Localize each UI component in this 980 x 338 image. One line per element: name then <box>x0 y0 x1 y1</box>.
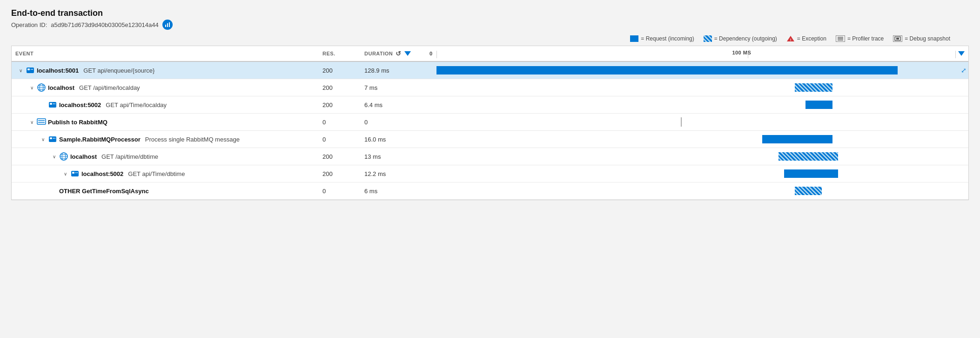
filter-icon[interactable] <box>404 51 411 56</box>
chevron-icon[interactable]: ∨ <box>62 171 68 176</box>
legend-request-label: = Request (incoming) <box>641 35 694 42</box>
svg-rect-0 <box>165 25 166 27</box>
duration-cell: 0 <box>361 119 426 126</box>
timeline-cell <box>426 131 968 148</box>
col-res-header: RES. <box>319 51 361 56</box>
timeline-bar-hatch <box>795 83 833 92</box>
globe-icon <box>37 83 46 92</box>
legend-exception: ! = Exception <box>786 35 826 42</box>
chevron-icon[interactable]: ∨ <box>17 68 24 73</box>
page-title: End-to-end transaction <box>11 8 969 18</box>
chevron-icon[interactable]: ∨ <box>51 154 57 159</box>
svg-rect-28 <box>53 138 54 139</box>
chevron-icon[interactable]: ∨ <box>28 85 35 90</box>
legend-profiler-icon <box>836 35 845 42</box>
res-cell: 200 <box>319 67 361 74</box>
svg-rect-20 <box>50 103 52 105</box>
svg-rect-36 <box>72 172 74 174</box>
event-detail: GET /api/time/localday <box>79 84 140 91</box>
timeline-bar-solid <box>784 169 839 178</box>
svg-rect-10 <box>27 68 34 73</box>
svg-text:!: ! <box>790 38 791 42</box>
table-row: ∨ localhostGET /api/time/dbtime20013 ms <box>12 148 968 165</box>
timeline-bar-hatch <box>779 152 838 161</box>
duration-cell: 16.0 ms <box>361 136 426 143</box>
legend-request: = Request (incoming) <box>630 35 694 42</box>
col-duration-header: DURATION ↺ <box>361 50 426 57</box>
refresh-icon[interactable]: ↺ <box>396 50 402 57</box>
svg-rect-11 <box>27 68 30 70</box>
server-icon <box>48 100 57 109</box>
legend-bar: = Request (incoming) = Dependency (outgo… <box>11 35 969 42</box>
server-icon <box>70 169 80 178</box>
event-name: Publish to RabbitMQ <box>48 119 107 126</box>
table-row: OTHER GetTimeFromSqlAsync06 ms <box>12 183 968 200</box>
event-detail: Process single RabbitMQ message <box>145 136 240 143</box>
legend-profiler: = Profiler trace <box>836 35 884 42</box>
duration-cell: 6 ms <box>361 188 426 195</box>
legend-dependency: = Dependency (outgoing) <box>704 35 777 42</box>
timeline-cell <box>426 114 968 130</box>
legend-debug-icon <box>893 35 902 42</box>
event-cell: ∨ localhost:5001GET api/enqueue/{source} <box>12 63 319 78</box>
timeline-filter-icon[interactable] <box>958 51 965 56</box>
svg-rect-38 <box>77 172 78 173</box>
timeline-cell <box>426 165 968 182</box>
expand-timeline-button[interactable]: ⤢ <box>961 67 967 74</box>
table-row: ∨ localhostGET /api/time/localday2007 ms <box>12 79 968 96</box>
rows-container: ∨ localhost:5001GET api/enqueue/{source}… <box>12 62 968 200</box>
operation-id-label: Operation ID: <box>11 21 47 28</box>
chevron-icon[interactable]: ∨ <box>28 120 35 125</box>
event-name: localhost <box>48 84 74 91</box>
page-container: End-to-end transaction Operation ID: a5d… <box>0 0 980 338</box>
event-cell: ∨ localhost:5002GET api/Time/dbtime <box>12 166 319 181</box>
res-cell: 200 <box>319 101 361 108</box>
chevron-icon[interactable]: ∨ <box>40 137 46 142</box>
legend-request-icon <box>630 35 638 42</box>
col-event-header: EVENT <box>12 51 319 56</box>
res-cell: 200 <box>319 84 361 91</box>
operation-id-value: a5d9b71d673d9d40b03005e123014a44 <box>51 21 158 28</box>
svg-rect-21 <box>53 103 54 104</box>
timeline-bar-solid <box>805 101 832 109</box>
event-name: localhost:5002 <box>81 170 123 177</box>
operation-row: Operation ID: a5d9b71d673d9d40b03005e123… <box>11 20 969 30</box>
event-cell: OTHER GetTimeFromSqlAsync <box>12 185 319 197</box>
timeline-cell: ⤢ <box>426 62 968 79</box>
legend-debug-label: = Debug snapshot <box>905 35 950 42</box>
timeline-cell <box>426 79 968 96</box>
duration-cell: 7 ms <box>361 84 426 91</box>
timeline-cell <box>426 96 968 113</box>
legend-debug: = Debug snapshot <box>893 35 950 42</box>
col-timeline-header: 0 100 MS <box>426 49 968 58</box>
globe-icon <box>59 152 68 161</box>
svg-rect-26 <box>49 136 56 142</box>
duration-cell: 6.4 ms <box>361 101 426 108</box>
svg-rect-9 <box>896 38 899 40</box>
event-detail: GET api/enqueue/{source} <box>83 67 154 74</box>
svg-rect-1 <box>167 23 168 27</box>
timeline-bar-solid <box>436 66 898 74</box>
table-row: localhost:5002GET api/Time/localday2006.… <box>12 96 968 114</box>
server-icon <box>48 135 57 144</box>
event-detail: GET api/Time/dbtime <box>128 170 185 177</box>
duration-cell: 12.2 ms <box>361 170 426 177</box>
event-name: Sample.RabbitMQProcessor <box>59 136 141 143</box>
timeline-cell <box>426 148 968 165</box>
event-cell: ∨ localhostGET /api/time/dbtime <box>12 149 319 164</box>
timeline-100ms-label: 100 MS <box>732 50 751 55</box>
legend-dependency-label: = Dependency (outgoing) <box>714 35 777 42</box>
legend-exception-label: = Exception <box>797 35 826 42</box>
timeline-bar-hatch <box>795 187 822 195</box>
svg-rect-23 <box>37 119 46 124</box>
table-header-row: EVENT RES. DURATION ↺ 0 100 MS <box>12 46 968 62</box>
trace-table: EVENT RES. DURATION ↺ 0 100 MS ∨ <box>11 46 969 200</box>
event-detail: GET api/Time/localday <box>106 101 167 108</box>
res-cell: 0 <box>319 188 361 195</box>
table-row: ∨ localhost:5001GET api/enqueue/{source}… <box>12 62 968 79</box>
insights-icon[interactable] <box>162 20 173 30</box>
server-icon <box>26 66 35 75</box>
legend-dependency-icon <box>704 35 712 42</box>
event-name: localhost:5001 <box>37 67 79 74</box>
res-cell: 200 <box>319 170 361 177</box>
